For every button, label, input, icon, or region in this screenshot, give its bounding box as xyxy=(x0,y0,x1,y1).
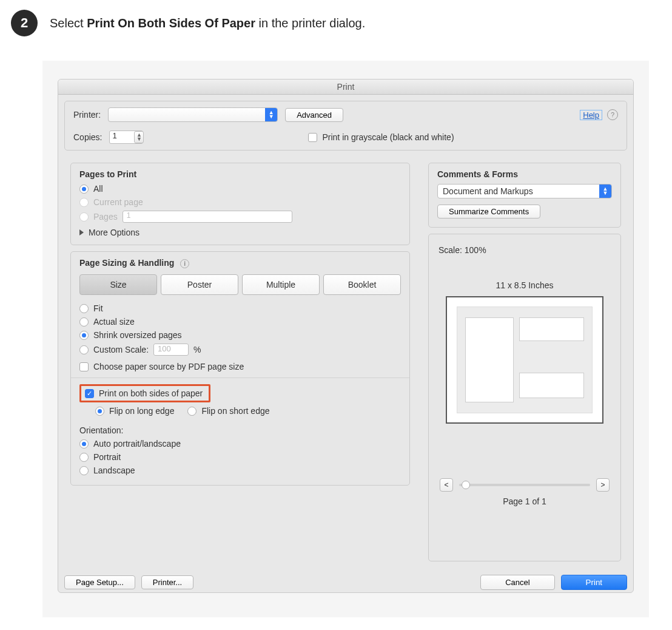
label-landscape: Landscape xyxy=(93,466,135,475)
preview-section: Scale: 100% 11 x 8.5 Inches < xyxy=(428,234,621,561)
radio-portrait[interactable] xyxy=(79,453,89,462)
seg-poster[interactable]: Poster xyxy=(161,274,238,295)
percent-label: % xyxy=(193,345,201,354)
preview-dimensions: 11 x 8.5 Inches xyxy=(437,280,612,290)
label-fit: Fit xyxy=(93,303,103,313)
radio-current-page[interactable] xyxy=(79,198,89,207)
step-bold: Print On Both Sides Of Paper xyxy=(87,16,255,30)
radio-custom-scale[interactable] xyxy=(79,345,89,354)
comments-forms-select[interactable]: Document and Markups ▲▼ xyxy=(437,184,612,198)
both-sides-label: Print on both sides of paper xyxy=(99,388,203,398)
label-custom-scale: Custom Scale: xyxy=(93,345,149,354)
preview-next-button[interactable]: > xyxy=(596,478,610,492)
more-options-label: More Options xyxy=(89,228,139,237)
printer-select[interactable]: ▲▼ xyxy=(108,107,278,122)
label-flip-short-edge: Flip on short edge xyxy=(201,406,269,416)
radio-landscape[interactable] xyxy=(79,466,89,475)
copies-value: 1 xyxy=(112,131,116,140)
top-section: Printer: ▲▼ Advanced Help ? Copies: 1 ▲▼ xyxy=(64,101,627,151)
chevron-updown-icon[interactable]: ▲▼ xyxy=(134,131,144,143)
highlight-both-sides: ✓ Print on both sides of paper xyxy=(79,384,210,402)
copies-input[interactable]: 1 ▲▼ xyxy=(109,130,143,144)
help-icon[interactable]: ? xyxy=(607,109,618,120)
chevron-updown-icon: ▲▼ xyxy=(265,108,277,121)
page-sizing-title: Page Sizing & Handling i xyxy=(79,258,401,268)
step-prefix: Select xyxy=(50,16,87,30)
choose-paper-source-label: Choose paper source by PDF page size xyxy=(93,362,244,371)
pages-to-print-title: Pages to Print xyxy=(79,169,401,179)
seg-booklet[interactable]: Booklet xyxy=(323,274,401,295)
dialog-footer: Page Setup... Printer... Cancel Print xyxy=(58,567,633,592)
summarize-comments-button[interactable]: Summarize Comments xyxy=(437,205,540,218)
page-sizing-title-text: Page Sizing & Handling xyxy=(79,258,174,268)
radio-flip-long-edge[interactable] xyxy=(95,407,104,416)
pages-input[interactable]: 1 xyxy=(123,211,292,223)
slider-thumb[interactable] xyxy=(462,481,470,489)
grayscale-checkbox[interactable] xyxy=(308,133,317,142)
comments-forms-value: Document and Markups xyxy=(443,186,533,196)
step-number-badge: 2 xyxy=(11,10,38,36)
step-suffix: in the printer dialog. xyxy=(255,16,365,30)
radio-pages[interactable] xyxy=(79,212,89,222)
preview-content xyxy=(457,307,593,414)
chevron-updown-icon: ▲▼ xyxy=(599,185,611,198)
advanced-button[interactable]: Advanced xyxy=(285,108,343,122)
preview-slider[interactable] xyxy=(459,484,590,486)
radio-fit[interactable] xyxy=(79,304,89,313)
label-actual-size: Actual size xyxy=(93,317,135,327)
custom-scale-input[interactable]: 100 xyxy=(153,344,189,356)
step-row: 2 Select Print On Both Sides Of Paper in… xyxy=(0,0,672,61)
seg-size[interactable]: Size xyxy=(79,274,157,295)
step-text: Select Print On Both Sides Of Paper in t… xyxy=(50,16,365,30)
label-auto-orientation: Auto portrait/landscape xyxy=(93,439,181,449)
seg-multiple[interactable]: Multiple xyxy=(242,274,320,295)
triangle-right-icon xyxy=(79,229,84,235)
copies-label: Copies: xyxy=(73,132,102,142)
cancel-button[interactable]: Cancel xyxy=(480,575,554,590)
dialog-title: Print xyxy=(58,80,633,95)
comments-forms-title: Comments & Forms xyxy=(437,169,612,179)
print-dialog: Print Printer: ▲▼ Advanced Help ? Copies… xyxy=(58,79,634,593)
page-sizing-section: Page Sizing & Handling i Size Poster Mul… xyxy=(70,251,410,486)
radio-auto-orientation[interactable] xyxy=(79,439,89,449)
label-flip-long-edge: Flip on long edge xyxy=(109,406,174,416)
grayscale-label: Print in grayscale (black and white) xyxy=(322,132,454,142)
label-current-page: Current page xyxy=(93,197,143,207)
radio-flip-short-edge[interactable] xyxy=(187,407,197,416)
printer-label: Printer: xyxy=(73,110,101,120)
label-pages: Pages xyxy=(93,212,118,222)
radio-shrink[interactable] xyxy=(79,331,89,340)
comments-forms-section: Comments & Forms Document and Markups ▲▼… xyxy=(428,163,621,228)
radio-all[interactable] xyxy=(79,185,89,194)
choose-paper-source-checkbox[interactable] xyxy=(79,362,89,371)
help-link[interactable]: Help xyxy=(580,110,602,120)
page-indicator: Page 1 of 1 xyxy=(437,496,612,506)
scale-label: Scale: 100% xyxy=(437,240,612,256)
print-button[interactable]: Print xyxy=(561,575,627,590)
preview-thumbnail xyxy=(446,296,603,424)
screenshot-frame: Print Printer: ▲▼ Advanced Help ? Copies… xyxy=(42,61,649,617)
label-shrink: Shrink oversized pages xyxy=(93,330,182,340)
radio-actual-size[interactable] xyxy=(79,317,89,327)
printer-button[interactable]: Printer... xyxy=(141,575,193,589)
more-options-disclosure[interactable]: More Options xyxy=(79,228,401,237)
orientation-title: Orientation: xyxy=(79,425,401,435)
pages-to-print-section: Pages to Print All Current page Pages 1 xyxy=(70,163,410,245)
label-portrait: Portrait xyxy=(93,452,121,462)
preview-prev-button[interactable]: < xyxy=(440,478,453,492)
both-sides-checkbox[interactable]: ✓ xyxy=(85,389,94,398)
page-setup-button[interactable]: Page Setup... xyxy=(64,575,135,589)
info-icon[interactable]: i xyxy=(180,259,189,268)
label-all: All xyxy=(93,184,103,194)
